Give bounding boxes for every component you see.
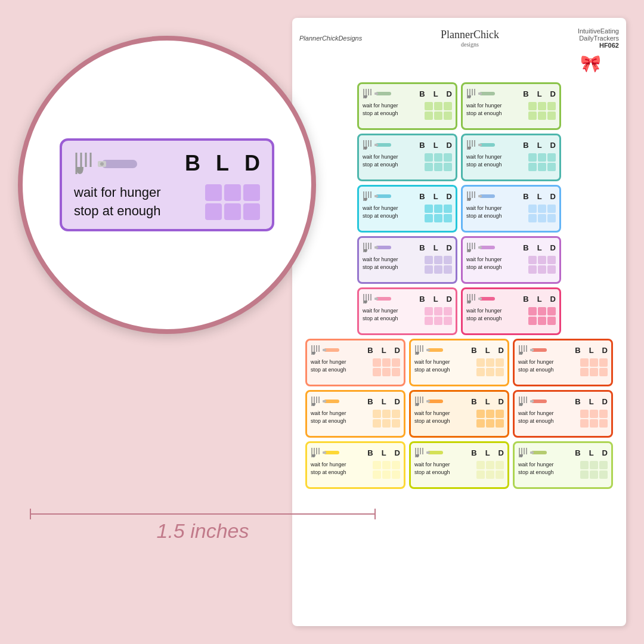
brand-name: PlannerChickDesigns xyxy=(299,35,362,42)
fork-icon xyxy=(311,395,340,408)
sticker-row: B L D wait for hunger stop at enough xyxy=(299,287,619,335)
sticker-card: B L D wait for hunger stop at enough xyxy=(513,339,613,386)
svg-rect-55 xyxy=(478,298,482,300)
svg-point-116 xyxy=(100,162,104,166)
big-sticker-top: B L D xyxy=(74,149,260,178)
svg-rect-79 xyxy=(323,400,326,402)
svg-rect-103 xyxy=(426,451,430,454)
svg-rect-97 xyxy=(323,451,326,454)
sticker-card: B L D wait for hunger stop at enough xyxy=(357,185,457,233)
svg-rect-19 xyxy=(478,144,482,146)
sticker-row: B L D wait for hunger stop at enough xyxy=(299,441,619,489)
sheet-header: PlannerChickDesigns PlannerChick designs… xyxy=(299,27,619,52)
big-bld-labels: B L D xyxy=(185,151,260,176)
svg-rect-1 xyxy=(374,92,378,95)
svg-rect-43 xyxy=(478,246,482,249)
svg-rect-49 xyxy=(374,298,378,300)
svg-rect-91 xyxy=(530,400,534,402)
fork-icon xyxy=(414,395,444,408)
sheet-title: IntuitiveEating DailyTrackers HF062 xyxy=(578,27,619,49)
fork-icon xyxy=(466,138,496,151)
sticker-card: B L D wait for hunger stop at enough xyxy=(461,134,561,181)
fork-icon xyxy=(414,446,444,459)
sticker-row: B L D wait for hunger stop at enough xyxy=(299,134,619,181)
fork-icon xyxy=(363,292,392,305)
fork-icon xyxy=(311,343,340,357)
svg-rect-13 xyxy=(374,144,378,146)
big-sticker-bottom: wait for hunger stop at enough xyxy=(74,184,260,221)
svg-rect-25 xyxy=(374,195,378,197)
big-fork-icon xyxy=(74,149,140,178)
measurement-label: 1.5 inches xyxy=(157,519,249,543)
planner-logo: PlannerChick designs xyxy=(441,29,499,48)
fork-icon xyxy=(363,87,392,100)
sticker-card: B L D wait for hunger stop at enough xyxy=(305,441,405,489)
page-container: PlannerChickDesigns PlannerChick designs… xyxy=(0,0,644,644)
sticker-card: B L D wait for hunger stop at enough xyxy=(409,441,509,489)
svg-rect-31 xyxy=(478,195,482,197)
sticker-card: B L D wait for hunger stop at enough xyxy=(357,287,457,335)
sticker-card: B L D wait for hunger stop at enough xyxy=(461,185,561,233)
svg-rect-85 xyxy=(426,400,430,402)
fork-icon xyxy=(466,292,496,305)
bow-decoration: 🎀 xyxy=(580,54,601,73)
big-checkbox-grid xyxy=(205,184,260,220)
fork-icon xyxy=(466,241,496,254)
sticker-card: B L D wait for hunger stop at enough xyxy=(461,287,561,335)
sticker-card: B L D wait for hunger stop at enough xyxy=(357,82,457,130)
sticker-row: B L D wait for hunger stop at enough xyxy=(299,339,619,386)
fork-icon xyxy=(466,87,496,100)
svg-rect-114 xyxy=(101,160,137,168)
sticker-card: B L D wait for hunger stop at enough xyxy=(305,339,405,386)
fork-icon xyxy=(518,343,548,357)
sticker-text: wait for hunger stop at enough xyxy=(363,102,422,117)
svg-rect-73 xyxy=(530,349,534,351)
svg-rect-67 xyxy=(426,349,430,351)
sticker-card: B L D wait for hunger stop at enough xyxy=(357,134,457,181)
svg-rect-37 xyxy=(374,246,378,249)
measurement-container: 1.5 inches xyxy=(30,513,376,543)
sticker-card: B L D wait for hunger stop at enough xyxy=(513,441,613,489)
fork-icon xyxy=(466,190,496,203)
sticker-card: B L D wait for hunger stop at enough xyxy=(357,236,457,284)
sticker-card: B L D wait for hunger stop at enough xyxy=(461,82,561,130)
sticker-row: B L D wait for hunger stop at enough xyxy=(299,390,619,438)
sticker-row: B L D wait for hunger stop at enough xyxy=(299,185,619,233)
fork-icon xyxy=(518,395,548,408)
sticker-card: B L D wait for hunger stop at enough xyxy=(461,236,561,284)
fork-icon xyxy=(414,343,444,357)
checkbox-grid xyxy=(425,102,452,120)
svg-rect-7 xyxy=(478,92,482,95)
fork-icon xyxy=(363,138,392,151)
fork-icon xyxy=(363,190,392,203)
fork-icon xyxy=(311,446,340,459)
svg-rect-61 xyxy=(323,349,326,351)
sticker-card: B L D wait for hunger stop at enough xyxy=(513,390,613,438)
fork-icon xyxy=(363,241,392,254)
sticker-card: B L D wait for hunger stop at enough xyxy=(409,390,509,438)
big-sticker-text: wait for hunger stop at enough xyxy=(74,184,161,221)
magnify-content: B L D wait for hunger stop at enough xyxy=(23,41,311,329)
magnify-circle: B L D wait for hunger stop at enough xyxy=(18,36,316,334)
big-sticker: B L D wait for hunger stop at enough xyxy=(60,138,274,231)
sticker-card: B L D wait for hunger stop at enough xyxy=(409,339,509,386)
sticker-row: B L D wait for hunger stop at enough xyxy=(299,236,619,284)
sticker-grid: B L D wait for hunger stop at enough xyxy=(299,82,619,489)
sticker-card: B L D wait for hunger stop at enough xyxy=(305,390,405,438)
fork-icon xyxy=(518,446,548,459)
measurement-line xyxy=(30,513,376,515)
sticker-row: B L D wait for hunger stop at enough xyxy=(299,82,619,130)
svg-rect-109 xyxy=(530,451,534,454)
